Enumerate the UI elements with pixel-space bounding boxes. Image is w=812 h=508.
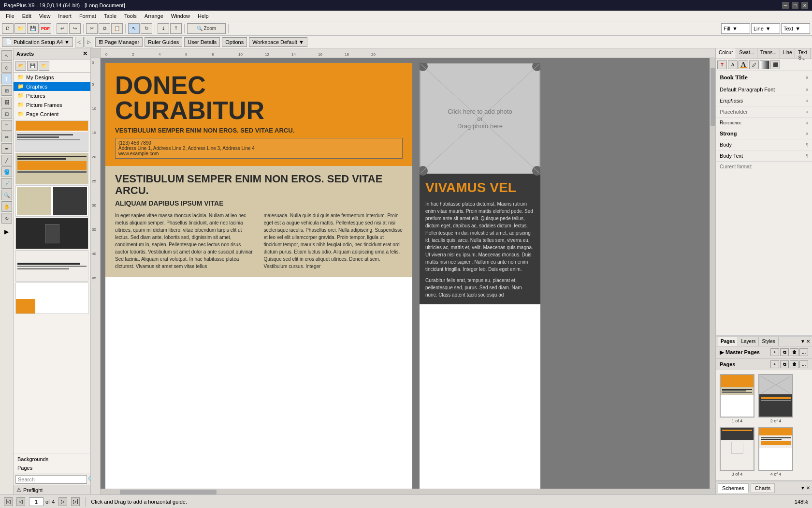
import-button[interactable]: ⤓ [158,23,169,34]
asset-thumb-6[interactable] [15,283,88,314]
canvas-area[interactable]: 0 2 4 6 8 10 12 14 16 18 20 0 5 10 15 20… [91,48,715,494]
publication-setup-button[interactable]: 📄 Publication Setup A4 ▼ [2,37,73,47]
schemes-close-icon[interactable]: ✕ [806,485,810,491]
first-page-button[interactable]: |◁ [4,497,13,506]
menu-table[interactable]: Table [100,12,120,20]
style-book-title[interactable]: Book Title a [716,71,812,84]
copy-button[interactable]: ⧉ [99,23,110,34]
assets-my-designs[interactable]: 📁 My Designs [14,73,90,82]
minimize-button[interactable]: ─ [782,2,789,9]
prev-page-button[interactable]: ◁ [16,497,25,506]
style-reference[interactable]: Reference a [716,118,812,128]
paste-button[interactable]: 📋 [111,23,123,34]
style-default-paragraph[interactable]: Default Paragraph Font a [716,84,812,95]
redo-button[interactable]: ↪ [69,23,81,34]
hscroll-thumb[interactable] [120,490,217,494]
open-button[interactable]: 📁 [14,23,26,34]
next-page-button[interactable]: ▷ [58,497,67,506]
menu-file[interactable]: File [2,12,18,20]
page-thumb-1[interactable] [720,374,754,418]
preflight-button[interactable]: ⚠ Preflight [14,485,90,494]
ruler-guides-button[interactable]: Ruler Guides [145,37,182,47]
pages-panel-close[interactable]: ✕ [806,339,810,344]
line-dropdown[interactable]: Line ▼ [751,23,780,34]
menu-edit[interactable]: Edit [18,12,35,20]
color-tb-gradient[interactable] [760,60,769,69]
schemes-expand-icon[interactable]: ▼ [800,485,805,491]
user-details-button[interactable]: User Details [184,37,220,47]
vertical-scrollbar[interactable] [710,58,715,489]
menu-view[interactable]: View [35,12,55,20]
color-tb-t[interactable]: T [717,60,727,69]
rotate-tool[interactable]: ↻ [1,213,12,224]
master-delete-btn[interactable]: 🗑 [790,348,798,356]
last-page-button[interactable]: ▷| [71,497,80,506]
style-emphasis[interactable]: Emphasis a [716,95,812,106]
asset-thumb-3[interactable] [15,185,88,217]
workspace-dropdown[interactable]: Workspace Default ▼ [249,37,307,47]
page-manager-button[interactable]: ⊞ Page Manager [95,37,143,47]
page-thumb-item-2[interactable]: 2 of 4 [758,374,793,423]
prev-page-btn[interactable]: ◁ [75,37,84,47]
fill-dropdown[interactable]: Fill ▼ [721,23,750,34]
text-tool[interactable]: T [1,74,12,84]
pages-more-btn[interactable]: … [799,360,808,368]
layers-tab[interactable]: Layers [738,337,759,346]
options-button[interactable]: Options [222,37,247,47]
asset-thumb-4[interactable] [15,218,88,249]
pan-tool[interactable]: ✋ [1,201,12,212]
style-strong[interactable]: Strong a [716,128,812,139]
styles-tab[interactable]: Styles [759,337,778,346]
assets-graphics[interactable]: 📁 Graphics [14,82,90,91]
pages-section-header[interactable]: Pages + ⧉ 🗑 … [716,359,812,370]
pages-item[interactable]: Pages [15,464,88,472]
colour-tab[interactable]: Colour [716,48,736,59]
assets-page-content[interactable]: 📁 Page Content [14,109,90,119]
menu-window[interactable]: Window [167,12,194,20]
document-page-right[interactable]: Click here to add photo or Drag photo he… [420,63,540,490]
master-copy-btn[interactable]: ⧉ [780,348,789,356]
asset-thumb-2[interactable] [15,153,88,184]
text-dropdown[interactable]: Text ▼ [781,23,810,34]
transparency-tab[interactable]: Trans... [757,48,780,59]
pencil-tool[interactable]: ✒ [1,143,12,154]
pen-tool[interactable]: ✏ [1,132,12,142]
page-thumb-item-4[interactable]: 4 of 4 [758,427,793,477]
maximize-button[interactable]: □ [792,2,798,9]
shape-tool[interactable]: □ [1,120,12,131]
color-tb-color-picker[interactable]: ⬛ [770,60,780,69]
menu-arrange[interactable]: Arrange [141,12,167,20]
color-tb-text-color[interactable]: A [739,60,748,69]
assets-pictures[interactable]: 📁 Pictures [14,91,90,100]
crop-tool[interactable]: ⊡ [1,108,12,119]
window-controls[interactable]: ─ □ ✕ [782,2,808,9]
node-tool[interactable]: ◇ [1,62,12,73]
page-thumb-item-3[interactable]: 3 of 4 [720,427,754,477]
style-body[interactable]: Body ¶ [716,139,812,150]
asset-thumb-5[interactable] [15,250,88,282]
new-button[interactable]: 🗋 [2,23,14,34]
line-tab[interactable]: Line [780,48,796,59]
pointer-button[interactable]: ↖ [128,23,140,34]
text-styles-tab[interactable]: Text S... [795,48,810,59]
eyedropper-tool[interactable]: 💉 [1,178,12,189]
master-more-btn[interactable]: … [799,348,808,356]
schemes-tab[interactable]: Schemes [718,483,749,493]
search-input[interactable] [15,475,87,484]
menu-format[interactable]: Format [75,12,100,20]
document-page-left[interactable]: DONEC CURABITUR VESTIBULUM SEMPER ENIM N… [105,63,412,490]
pdf-button[interactable]: PDF [40,23,51,34]
picture-tool[interactable]: 🖼 [1,97,12,107]
close-button[interactable]: ✕ [801,2,808,9]
browse-button[interactable]: 📂 [15,61,26,71]
assets-picture-frames[interactable]: 📁 Picture Frames [14,100,90,109]
save-asset-button[interactable]: 💾 [27,61,38,71]
swatches-tab[interactable]: Swat... [736,48,757,59]
master-pages-header[interactable]: ▶ Master Pages + ⧉ 🗑 … [716,346,812,358]
next-page-btn[interactable]: ▷ [85,37,93,47]
menu-insert[interactable]: Insert [54,12,75,20]
rotate-button[interactable]: ↻ [141,23,152,34]
page-thumb-2[interactable] [758,374,793,418]
assets-close-icon[interactable]: ✕ [83,50,87,57]
save-button[interactable]: 💾 [27,23,39,34]
